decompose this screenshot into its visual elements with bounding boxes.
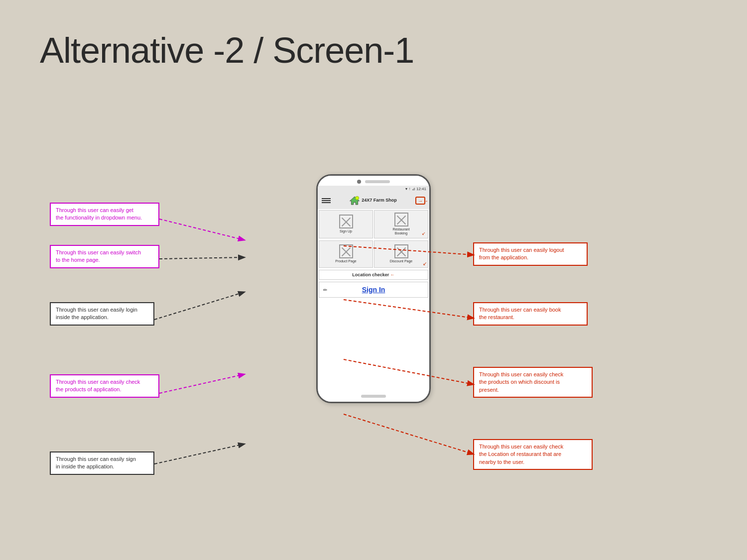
sign-in-bar[interactable]: ✏ Sign In	[319, 282, 428, 298]
annotation-discount: Through this user can easily checkthe pr…	[473, 367, 593, 398]
svg-line-2	[159, 219, 244, 240]
main-content: Through this user can easily getthe func…	[0, 86, 747, 509]
svg-line-5	[159, 374, 244, 393]
annotation-dropdown: Through this user can easily getthe func…	[50, 203, 159, 226]
svg-line-6	[154, 444, 244, 464]
product-icon	[339, 244, 353, 258]
annotation-home: Through this user can easily switchto th…	[50, 245, 159, 268]
phone-grid-row1: Sign Up ↙ RestaurantBooking	[318, 209, 429, 239]
location-bar[interactable]: Location checker ←	[319, 270, 428, 280]
annotation-location: Through this user can easily checkthe Lo…	[473, 439, 593, 470]
page-title: Alternative -2 / Screen-1	[0, 0, 747, 86]
phone-bottom-bar	[318, 392, 429, 402]
signup-grid-item[interactable]: Sign Up	[319, 210, 373, 238]
annotation-book: Through this user can easily bookthe res…	[473, 302, 588, 326]
restaurant-grid-item[interactable]: ↙ RestaurantBooking	[374, 210, 428, 238]
svg-point-1	[356, 196, 359, 200]
discount-icon	[394, 244, 408, 258]
discount-grid-item[interactable]: ↙ Discount Page	[374, 240, 428, 268]
sign-in-text: Sign In	[362, 286, 385, 294]
app-title: 24X7 Farm Shop	[362, 198, 397, 203]
hamburger-button[interactable]	[322, 198, 331, 203]
discount-arrow: ↙	[423, 261, 427, 266]
phone-mockup: ▾ ↑ ⊿ 12:41 24X7 Farm Shop →	[316, 174, 431, 403]
phone-speaker	[365, 180, 390, 183]
phone-grid-row2: Product Page ↙ Discount Page	[318, 239, 429, 269]
status-icons: ▾ ↑ ⊿ 12:41	[405, 187, 426, 191]
signup-icon	[339, 215, 353, 228]
product-label: Product Page	[335, 259, 356, 263]
phone-header: 24X7 Farm Shop →	[318, 192, 429, 209]
annotation-products: Through this user can easily checkthe pr…	[50, 374, 159, 398]
annotation-signin-left: Through this user can easily signin insi…	[50, 451, 154, 475]
app-logo-icon	[349, 195, 360, 206]
restaurant-arrow: ↙	[422, 231, 426, 236]
signup-label: Sign Up	[340, 229, 352, 233]
restaurant-icon	[394, 213, 408, 226]
phone-status-bar: ▾ ↑ ⊿ 12:41	[318, 186, 429, 192]
annotation-login: Through this user can easily logininside…	[50, 302, 154, 326]
app-logo-area: 24X7 Farm Shop	[349, 195, 397, 206]
location-arrow: ←	[390, 272, 395, 277]
svg-line-10	[344, 414, 473, 454]
discount-label: Discount Page	[390, 259, 413, 263]
annotation-logout: Through this user can easily logoutfrom …	[473, 242, 588, 266]
product-grid-item[interactable]: Product Page	[319, 240, 373, 268]
svg-line-4	[154, 292, 244, 320]
home-button[interactable]	[361, 395, 386, 398]
svg-line-3	[159, 257, 244, 259]
location-text: Location checker	[352, 272, 389, 277]
phone-camera	[357, 180, 361, 184]
pencil-icon: ✏	[323, 287, 327, 292]
logout-icon[interactable]: →	[415, 197, 425, 205]
restaurant-label: RestaurantBooking	[392, 227, 409, 236]
phone-top-bar	[318, 176, 429, 186]
